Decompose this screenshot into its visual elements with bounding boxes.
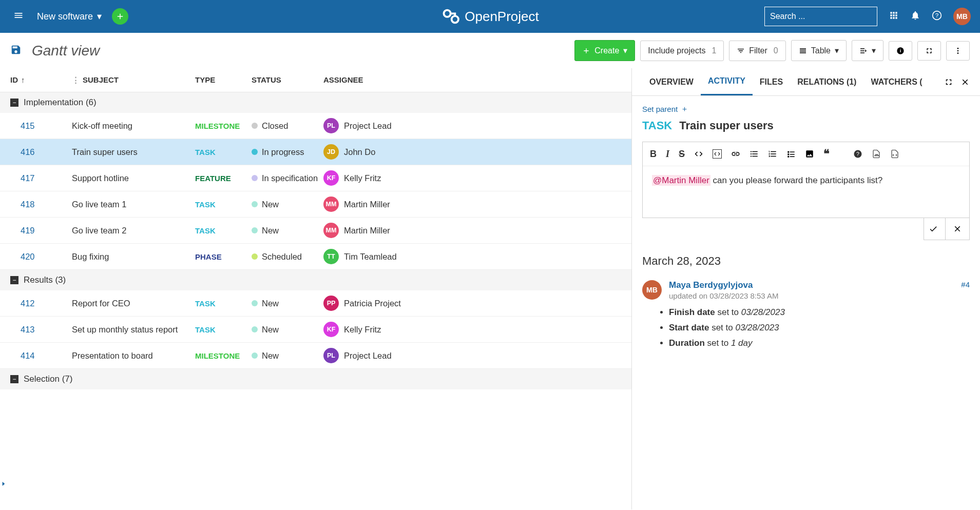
strike-icon[interactable]: S <box>679 149 685 160</box>
row-subject[interactable]: Train super users <box>72 147 195 157</box>
image-icon[interactable] <box>805 149 814 159</box>
expand-handle[interactable] <box>0 480 7 489</box>
col-header-assignee[interactable]: ASSIGNEE <box>323 75 426 85</box>
insert-button[interactable]: ▾ <box>852 40 883 61</box>
italic-icon[interactable]: I <box>666 149 669 160</box>
menu-icon[interactable] <box>9 6 28 27</box>
row-assignee[interactable]: JDJohn Do <box>323 144 426 160</box>
activity-number[interactable]: #4 <box>961 280 970 290</box>
row-assignee[interactable]: MMMartin Miller <box>323 197 426 212</box>
view-mode-button[interactable]: Table ▾ <box>791 40 847 61</box>
set-parent-link[interactable]: Set parent＋ <box>642 104 970 114</box>
bell-icon[interactable] <box>910 10 920 23</box>
bold-icon[interactable]: B <box>650 149 657 160</box>
row-assignee[interactable]: PLProject Lead <box>323 348 426 363</box>
row-subject[interactable]: Bug fixing <box>72 252 195 262</box>
activity-author[interactable]: Maya Berdygylyjova <box>669 280 753 290</box>
create-button[interactable]: Create ▾ <box>574 40 635 61</box>
quote-icon[interactable]: ❝ <box>823 147 830 161</box>
cancel-button[interactable] <box>946 218 969 240</box>
project-selector[interactable]: New software ▾ <box>37 11 102 22</box>
row-id[interactable]: 414 <box>10 351 72 361</box>
activity-date: March 28, 2023 <box>642 254 970 268</box>
search-input[interactable] <box>764 7 877 26</box>
table-row[interactable]: 414Presentation to boardMILESTONENewPLPr… <box>0 343 631 369</box>
collapse-icon[interactable]: − <box>10 276 18 284</box>
preview-icon[interactable] <box>872 149 881 159</box>
include-projects-button[interactable]: Include projects 1 <box>640 41 724 61</box>
row-subject[interactable]: Report for CEO <box>72 299 195 308</box>
tab-overview[interactable]: OVERVIEW <box>642 69 701 95</box>
row-id[interactable]: 417 <box>10 173 72 183</box>
help-icon[interactable]: ? <box>932 10 942 23</box>
row-assignee[interactable]: PPPatricia Project <box>323 296 426 311</box>
row-id[interactable]: 420 <box>10 252 72 262</box>
group-row[interactable]: −Results (3) <box>0 270 631 290</box>
tab-relations[interactable]: RELATIONS (1) <box>790 69 863 95</box>
tab-activity[interactable]: ACTIVITY <box>701 68 753 95</box>
task-list-icon[interactable] <box>786 149 796 159</box>
row-subject[interactable]: Presentation to board <box>72 351 195 361</box>
row-subject[interactable]: Support hotline <box>72 173 195 183</box>
info-button[interactable]: i <box>889 41 912 61</box>
activity-avatar: MB <box>642 280 662 300</box>
row-id[interactable]: 416 <box>10 147 72 157</box>
table-row[interactable]: 417Support hotlineFEATUREIn specificatio… <box>0 165 631 191</box>
tab-files[interactable]: FILES <box>753 69 790 95</box>
status-dot-icon <box>252 300 258 306</box>
col-header-type[interactable]: TYPE <box>195 75 252 85</box>
group-row[interactable]: −Implementation (6) <box>0 92 631 113</box>
table-row[interactable]: 415Kick-off meetingMILESTONEClosedPLProj… <box>0 113 631 139</box>
number-list-icon[interactable] <box>768 149 777 159</box>
tab-watchers[interactable]: WATCHERS ( <box>863 69 929 95</box>
row-assignee[interactable]: MMMartin Miller <box>323 223 426 238</box>
more-button[interactable] <box>946 41 970 61</box>
fullscreen-button[interactable] <box>917 41 941 61</box>
table-row[interactable]: 419Go live team 2TASKNewMMMartin Miller <box>0 218 631 244</box>
col-header-id[interactable]: ID↑ <box>10 75 72 85</box>
collapse-icon[interactable]: − <box>10 99 18 107</box>
row-id[interactable]: 415 <box>10 121 72 131</box>
expand-icon[interactable] <box>944 77 953 87</box>
row-id[interactable]: 419 <box>10 226 72 236</box>
close-icon[interactable] <box>960 77 970 87</box>
group-row[interactable]: −Selection (7) <box>0 369 631 389</box>
col-header-status[interactable]: STATUS <box>252 75 323 85</box>
row-assignee[interactable]: KFKelly Fritz <box>323 170 426 186</box>
row-assignee[interactable]: TTTim Teamlead <box>323 249 426 264</box>
code-icon[interactable] <box>694 149 703 159</box>
col-header-subject[interactable]: ⋮SUBJECT <box>72 75 195 85</box>
row-id[interactable]: 413 <box>10 325 72 335</box>
global-add-button[interactable] <box>112 8 128 25</box>
table-row[interactable]: 412Report for CEOTASKNewPPPatricia Proje… <box>0 290 631 317</box>
row-id[interactable]: 418 <box>10 200 72 209</box>
editor-actions <box>924 218 970 240</box>
search-field[interactable] <box>770 12 873 21</box>
user-avatar[interactable]: MB <box>953 8 971 25</box>
change-item: Start date set to 03/28/2023 <box>669 323 970 333</box>
row-subject[interactable]: Set up monthly status report <box>72 325 195 335</box>
collapse-icon[interactable]: − <box>10 375 18 383</box>
save-icon[interactable] <box>10 44 22 57</box>
bullet-list-icon[interactable] <box>750 149 759 159</box>
help-editor-icon[interactable]: ? <box>853 149 862 159</box>
row-subject[interactable]: Kick-off meeting <box>72 121 195 131</box>
submit-button[interactable] <box>921 218 946 240</box>
code-block-icon[interactable] <box>713 149 722 159</box>
table-row[interactable]: 418Go live team 1TASKNewMMMartin Miller <box>0 191 631 218</box>
row-subject[interactable]: Go live team 1 <box>72 200 195 209</box>
avatar: JD <box>323 144 339 160</box>
row-assignee[interactable]: KFKelly Fritz <box>323 322 426 337</box>
mention[interactable]: @Martin Miller <box>652 175 710 186</box>
row-id[interactable]: 412 <box>10 299 72 308</box>
table-row[interactable]: 416Train super usersTASKIn progressJDJoh… <box>0 139 631 165</box>
apps-icon[interactable] <box>889 10 899 23</box>
source-icon[interactable] <box>890 149 899 159</box>
table-row[interactable]: 420Bug fixingPHASEScheduledTTTim Teamlea… <box>0 244 631 270</box>
link-icon[interactable] <box>731 149 740 159</box>
row-subject[interactable]: Go live team 2 <box>72 226 195 236</box>
table-row[interactable]: 413Set up monthly status reportTASKNewKF… <box>0 317 631 343</box>
row-assignee[interactable]: PLProject Lead <box>323 118 426 133</box>
filter-button[interactable]: Filter 0 <box>729 41 785 61</box>
editor-content[interactable]: @Martin Miller can you please forward th… <box>643 166 969 218</box>
